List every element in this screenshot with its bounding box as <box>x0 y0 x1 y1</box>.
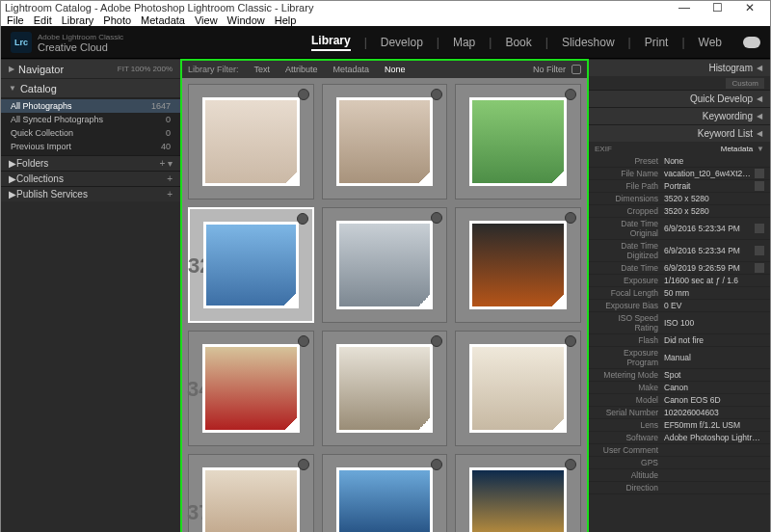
filter-text[interactable]: Text <box>254 65 271 74</box>
metadata-row[interactable]: Serial Number102026004603 <box>589 407 770 419</box>
catalog-item[interactable]: Quick Collection0 <box>1 126 180 140</box>
thumbnail[interactable] <box>469 97 566 186</box>
grid-cell[interactable] <box>455 84 581 200</box>
thumbnail[interactable] <box>469 221 566 309</box>
module-slideshow[interactable]: Slideshow <box>562 36 615 49</box>
filter-preset[interactable]: No Filter <box>533 65 566 74</box>
collections-header[interactable]: ▶Collections+ <box>1 171 180 186</box>
thumbnail[interactable] <box>469 467 566 532</box>
keywording-header[interactable]: Keywording◀ <box>589 107 770 124</box>
catalog-item[interactable]: All Synced Photographs0 <box>1 113 180 126</box>
app-name: Adobe Lightroom Classic Creative Cloud <box>38 32 123 53</box>
grid-cell[interactable]: 37 <box>188 454 314 532</box>
thumbnail[interactable] <box>202 97 299 186</box>
metadata-row[interactable]: Direction <box>589 482 770 494</box>
metadata-row[interactable]: User Comment <box>589 444 770 457</box>
metadata-row[interactable]: GPS <box>589 457 770 469</box>
catalog-item[interactable]: All Photographs1647 <box>1 99 180 113</box>
thumbnail[interactable] <box>202 467 299 532</box>
thumbnail[interactable] <box>336 97 433 186</box>
preset-row[interactable]: PresetNone <box>589 155 770 168</box>
metadata-row[interactable]: Altitude <box>589 469 770 482</box>
module-library[interactable]: Library <box>311 34 351 51</box>
thumbnail[interactable] <box>202 344 299 433</box>
menu-window[interactable]: Window <box>227 14 265 26</box>
grid-cell[interactable] <box>455 331 581 446</box>
goto-icon[interactable] <box>755 246 764 255</box>
menu-photo[interactable]: Photo <box>103 14 131 26</box>
thumbnail[interactable] <box>336 221 433 309</box>
module-book[interactable]: Book <box>505 36 531 49</box>
menu-view[interactable]: View <box>195 14 218 26</box>
metadata-row[interactable]: LensEF50mm f/1.2L USM <box>589 419 770 432</box>
grid-cell[interactable] <box>455 454 581 532</box>
filter-none[interactable]: None <box>385 65 406 74</box>
metadata-row[interactable]: MakeCanon <box>589 382 770 394</box>
menu-metadata[interactable]: Metadata <box>141 14 185 26</box>
minimize-button[interactable]: — <box>668 1 701 14</box>
goto-icon[interactable] <box>755 263 764 273</box>
plus-icon[interactable]: + <box>167 173 173 184</box>
module-map[interactable]: Map <box>453 36 475 49</box>
goto-icon[interactable] <box>755 224 764 233</box>
module-web[interactable]: Web <box>699 36 722 49</box>
grid-cell[interactable] <box>322 454 448 532</box>
catalog-header[interactable]: ▼ Catalog <box>1 78 180 97</box>
quickdev-header[interactable]: Quick Develop◀ <box>589 90 770 107</box>
thumbnail[interactable] <box>336 344 433 433</box>
plus-icon[interactable]: + <box>167 189 173 200</box>
module-develop[interactable]: Develop <box>381 36 423 49</box>
cloud-sync-icon[interactable] <box>743 37 760 48</box>
publish-header[interactable]: ▶Publish Services+ <box>1 186 180 201</box>
catalog-item[interactable]: Previous Import40 <box>1 140 180 153</box>
histogram-header[interactable]: Histogram◀ <box>589 59 770 76</box>
thumbnail[interactable] <box>203 222 299 308</box>
grid-cell[interactable] <box>322 207 448 323</box>
close-button[interactable]: ✕ <box>733 1 766 14</box>
metadata-row[interactable]: Focal Length50 mm <box>589 287 770 300</box>
metadata-row[interactable]: Metering ModeSpot <box>589 369 770 382</box>
grid-cell[interactable] <box>322 331 448 446</box>
filter-attribute[interactable]: Attribute <box>285 65 318 74</box>
exif-bar[interactable]: EXIFMetadata▼ <box>589 142 770 155</box>
metadata-row[interactable]: Exposure ProgramManual <box>589 347 770 369</box>
menu-library[interactable]: Library <box>62 14 94 26</box>
metadata-row[interactable]: Dimensions3520 x 5280 <box>589 193 770 205</box>
grid-cell[interactable] <box>455 207 581 323</box>
keywordlist-header[interactable]: Keyword List◀ <box>589 124 770 142</box>
grid-cell-selected[interactable]: 32 <box>188 207 314 323</box>
grid-cell[interactable] <box>322 84 448 200</box>
grid-cell[interactable]: 34 <box>188 331 314 446</box>
menu-edit[interactable]: Edit <box>34 14 52 26</box>
metadata-row[interactable]: ISO Speed RatingISO 100 <box>589 312 770 334</box>
filter-metadata[interactable]: Metadata <box>333 65 370 74</box>
lock-icon[interactable] <box>572 65 581 74</box>
folders-header[interactable]: ▶Folders+ ▾ <box>1 155 180 171</box>
metadata-row[interactable]: Exposure Bias0 EV <box>589 300 770 312</box>
navigator-zoom-opts[interactable]: FIT 100% 200% <box>118 65 173 73</box>
metadata-row[interactable]: Date Time Original6/9/2016 5:23:34 PM <box>589 218 770 240</box>
metadata-row[interactable]: Cropped3520 x 5280 <box>589 205 770 218</box>
thumbnail[interactable] <box>469 344 566 433</box>
metadata-row[interactable]: Date Time Digitized6/9/2016 5:23:34 PM <box>589 240 770 262</box>
badge-icon <box>297 213 308 225</box>
menu-file[interactable]: File <box>7 14 24 26</box>
metadata-row[interactable]: Exposure1/1600 sec at ƒ / 1.6 <box>589 275 770 287</box>
metadata-row[interactable]: File Namevacation_t20_6w4Xt2.jpg <box>589 168 770 180</box>
thumbnail-grid[interactable]: 32 34 37 <box>182 78 587 532</box>
metadata-row[interactable]: File PathPortrait <box>589 180 770 193</box>
maximize-button[interactable]: ☐ <box>701 1 733 14</box>
plus-icon[interactable]: + ▾ <box>159 158 173 169</box>
navigator-header[interactable]: ▶ Navigator FIT 100% 200% <box>1 59 180 78</box>
goto-icon[interactable] <box>755 169 764 178</box>
custom-bar[interactable]: Custom <box>589 76 770 90</box>
goto-icon[interactable] <box>755 181 764 191</box>
module-print[interactable]: Print <box>645 36 669 49</box>
metadata-row[interactable]: FlashDid not fire <box>589 334 770 347</box>
metadata-row[interactable]: SoftwareAdobe Photoshop Lightroom S... <box>589 432 770 444</box>
metadata-row[interactable]: ModelCanon EOS 6D <box>589 394 770 407</box>
metadata-row[interactable]: Date Time6/9/2019 9:26:59 PM <box>589 262 770 275</box>
grid-cell[interactable] <box>188 84 314 200</box>
thumbnail[interactable] <box>336 467 433 532</box>
menu-help[interactable]: Help <box>275 14 297 26</box>
